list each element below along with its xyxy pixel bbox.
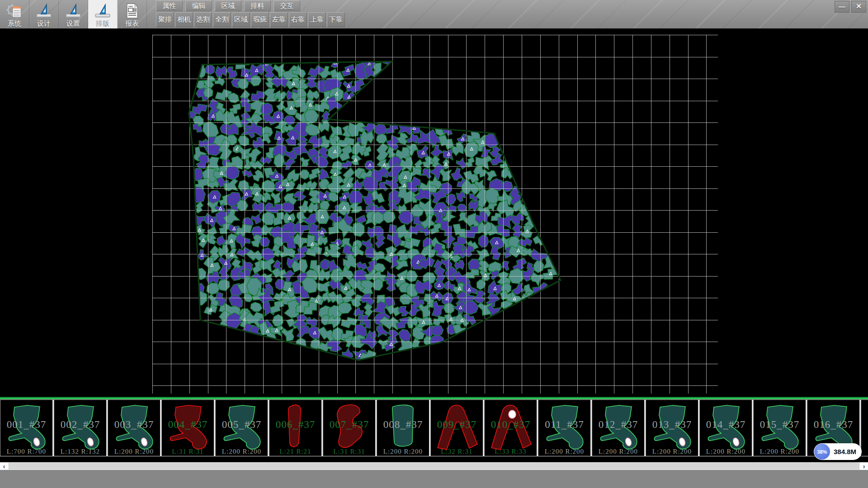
piece-shape-outline: [762, 405, 798, 449]
scroll-left-button[interactable]: ‹: [0, 462, 8, 470]
nav-tab-label: 排版: [96, 19, 109, 28]
piece-shape-svg: [377, 400, 431, 456]
piece-shape-svg: [108, 400, 162, 456]
piece-thumbnail-015_#37[interactable]: 015_#37 L:200 R:200: [753, 400, 807, 456]
tool-button-1[interactable]: 聚排: [156, 12, 174, 27]
piece-shape-svg: [54, 400, 108, 456]
app-window: 系统 设计 设置 排版 报表 属性编辑区域排料交互: [0, 0, 868, 488]
nav-tab-label: 系统: [8, 19, 21, 28]
piece-shape-svg: [646, 400, 700, 456]
piece-shape-outline: [337, 405, 362, 447]
set-square-icon: [94, 3, 112, 19]
piece-shape-outline: [392, 405, 413, 446]
scroll-right-button[interactable]: ›: [860, 462, 868, 470]
nav-tab-label: 设置: [66, 19, 80, 28]
nav-tab-4[interactable]: 排版: [88, 0, 118, 28]
piece-cells: 001_#37 L:700 R:700 002_#37 L:132 R:132 …: [0, 399, 868, 457]
nav-tab-2[interactable]: 设计: [29, 0, 59, 28]
piece-thumbnail-008_#37[interactable]: 008_#37 L:200 R:200: [377, 400, 430, 456]
nesting-canvas-area[interactable]: [0, 28, 868, 397]
nav-tab-1[interactable]: 系统: [0, 0, 29, 28]
piece-thumbnail-partial[interactable]: [861, 400, 868, 456]
piece-thumbnail-012_#37[interactable]: 012_#37 L:200 R:200: [592, 400, 646, 456]
piece-shape-svg: [700, 400, 754, 456]
nesting-canvas[interactable]: [0, 28, 868, 397]
horizontal-scrollbar[interactable]: ‹ ›: [0, 462, 868, 470]
piece-shape-outline: [438, 405, 477, 450]
piece-shape-svg: [269, 400, 323, 456]
tool-button-9[interactable]: 上靠: [308, 12, 326, 27]
menu-button-1[interactable]: 属性: [156, 0, 183, 11]
tool-button-8[interactable]: 右靠: [289, 12, 307, 27]
nav-tab-3[interactable]: 设置: [59, 0, 88, 28]
tool-button-2[interactable]: 相机: [175, 12, 193, 27]
piece-thumbnail-014_#37[interactable]: 014_#37 L:200 R:200: [699, 400, 753, 456]
minimize-icon: —: [839, 3, 845, 10]
scrollbar-thumb[interactable]: [9, 463, 859, 469]
piece-hole: [509, 410, 516, 418]
nav-tab-label: 设计: [37, 19, 51, 28]
status-bar: [0, 470, 868, 488]
percent-indicator: 38%: [814, 444, 830, 460]
nav-tab-5[interactable]: 报表: [118, 0, 147, 28]
tool-button-4[interactable]: 全割: [213, 12, 231, 27]
piece-shape-outline: [816, 405, 852, 449]
piece-shape-svg: [754, 400, 807, 456]
piece-thumbnail-007_#37[interactable]: 007_#37 L:31 R:31: [323, 400, 377, 456]
piece-shape-svg: [0, 400, 54, 456]
close-button[interactable]: ✕: [851, 1, 866, 13]
piece-shape-svg: [216, 400, 269, 456]
piece-thumbnail-006_#37[interactable]: 006_#37 L:21 R:21: [269, 400, 323, 456]
piece-shape-svg: [861, 400, 868, 456]
piece-thumbnail-005_#37[interactable]: 005_#37 L:200 R:200: [215, 400, 269, 456]
minimize-button[interactable]: —: [835, 1, 849, 13]
piece-thumbnail-001_#37[interactable]: 001_#37 L:700 R:700: [0, 400, 54, 456]
tool-button-3[interactable]: 选割: [194, 12, 212, 27]
memory-value: 384.8M: [830, 448, 862, 455]
menu-button-5[interactable]: 交互: [274, 0, 300, 11]
tool-button-7[interactable]: 左靠: [270, 12, 288, 27]
piece-shape-svg: [323, 400, 377, 456]
menu-button-2[interactable]: 编辑: [185, 0, 212, 11]
piece-shape-outline: [224, 405, 260, 449]
main-nav-tabs: 系统 设计 设置 排版 报表: [0, 0, 147, 28]
piece-thumbnail-011_#37[interactable]: 011_#37 L:200 R:200: [538, 400, 592, 456]
piece-shape-svg: [431, 400, 485, 456]
set-square-icon: [64, 3, 82, 19]
strip-bottom-gap: [0, 456, 868, 462]
piece-shape-svg: [538, 400, 592, 456]
piece-shape-svg: [592, 400, 646, 456]
piece-thumbnail-010_#37[interactable]: 010_#37 L:33 R:33: [484, 400, 538, 456]
tool-button-10[interactable]: 下靠: [327, 12, 345, 27]
piece-thumbnail-013_#37[interactable]: 013_#37 L:200 R:200: [646, 400, 699, 456]
piece-shape-outline: [547, 405, 583, 449]
nav-tab-label: 报表: [125, 19, 139, 28]
piece-thumbnail-009_#37[interactable]: 009_#37 L:32 R:31: [430, 400, 484, 456]
tool-button-5[interactable]: 区域: [232, 12, 250, 27]
close-icon: ✕: [856, 2, 862, 10]
piece-shape-svg: [162, 400, 216, 456]
menu-button-3[interactable]: 区域: [215, 0, 241, 11]
piece-thumbnail-strip: 001_#37 L:700 R:700 002_#37 L:132 R:132 …: [0, 397, 868, 456]
tool-button-6[interactable]: 瑕疵: [251, 12, 269, 27]
memory-usage-badge[interactable]: 38% 384.8M: [814, 443, 862, 460]
piece-thumbnail-004_#37[interactable]: 004_#37 L:31 R:31: [161, 400, 215, 456]
window-controls: — ✕: [835, 1, 866, 13]
report-doc-icon: [123, 3, 141, 19]
toolbar-header: 系统 设计 设置 排版 报表 属性编辑区域排料交互: [0, 0, 868, 28]
tool-row: 聚排相机选割全割区域瑕疵左靠右靠上靠下靠: [156, 12, 345, 28]
piece-thumbnail-002_#37[interactable]: 002_#37 L:132 R:132: [54, 400, 108, 456]
menu-row: 属性编辑区域排料交互: [156, 0, 300, 12]
piece-thumbnail-003_#37[interactable]: 003_#37 L:200 R:200: [108, 400, 161, 456]
set-square-icon: [35, 3, 53, 19]
menu-button-4[interactable]: 排料: [244, 0, 271, 11]
piece-shape-outline: [288, 405, 301, 447]
gear-doc-icon: [5, 3, 24, 19]
piece-shape-outline: [170, 405, 206, 449]
piece-shape-svg: [485, 400, 538, 456]
